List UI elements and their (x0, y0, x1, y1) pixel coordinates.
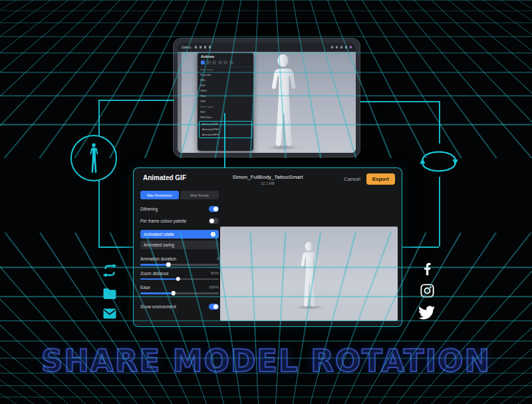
slider-thumb[interactable] (176, 277, 180, 282)
layers-icon[interactable] (345, 46, 348, 49)
animation-duration-slider: Animation duration 3 (140, 256, 219, 266)
adjustments-icon[interactable] (200, 46, 202, 49)
selection-icon[interactable] (204, 46, 207, 49)
menu-item: Share Layers (198, 104, 253, 110)
slider-label: Animation duration (140, 256, 176, 261)
menu-item[interactable]: PNG Files (198, 115, 253, 120)
model-figure-icon (70, 135, 117, 181)
wrench-icon[interactable] (195, 46, 198, 49)
ease-slider: Ease 100% (140, 285, 219, 294)
tablet-screen: Gallery Actions (178, 43, 356, 153)
actions-menu-tabs (198, 60, 253, 67)
toggle-knob (213, 207, 218, 211)
share-tab-icon[interactable] (201, 60, 205, 64)
checkmark-icon: ✓ (211, 232, 215, 237)
slider-fill (140, 278, 178, 280)
connector-line (439, 177, 440, 247)
connector-line (98, 181, 100, 247)
show-environment-toggle[interactable] (209, 304, 219, 310)
gallery-button[interactable]: Gallery (182, 46, 191, 49)
mail-icon (100, 306, 119, 324)
resolution-tab[interactable]: Max Resolution (140, 191, 179, 199)
help-tab-icon[interactable] (223, 60, 227, 64)
menu-item: Share Image (198, 67, 253, 72)
misc-tab-icon[interactable] (229, 60, 233, 64)
menu-item[interactable]: Animated MP4 (200, 132, 251, 138)
connector-line (439, 101, 440, 144)
per-frame-palette-toggle[interactable] (209, 218, 219, 224)
eraser-icon[interactable] (340, 46, 343, 49)
mode-label: Animated swing (144, 243, 174, 247)
menu-item[interactable]: PDF (198, 83, 253, 88)
model-3d-figure (263, 53, 303, 148)
zoom-distance-slider: Zoom distance 50% (140, 271, 219, 280)
slider-value: 50% (211, 271, 219, 276)
slider-label: Ease (140, 285, 150, 290)
dialog-title: Animated GIF (143, 174, 186, 181)
menu-item[interactable]: Animated GIF (200, 122, 251, 127)
highlight-box: Animated GIFAnimated PNGAnimated MP4 (199, 121, 252, 138)
export-settings: Max Resolution Web Ready Dithering Per f… (140, 191, 219, 310)
gif-preview (220, 227, 398, 321)
animated-gif-dialog: Animated GIF Simon_FullBody_TattooSmart … (133, 167, 402, 327)
show-environment-row: Show environment (140, 304, 219, 310)
slider-track[interactable] (140, 292, 219, 294)
toggle-knob (213, 304, 218, 309)
actions-menu-title: Actions (198, 52, 253, 60)
resolution-segmented-control: Max Resolution Web Ready (140, 191, 219, 199)
actions-menu: Actions Share ImageProcreatePSDPDFJPEGPN… (198, 52, 253, 151)
prefs-tab-icon[interactable] (218, 60, 222, 64)
export-button[interactable]: Export (366, 173, 395, 185)
animated-rotate-option[interactable]: Animated rotate ✓ (140, 230, 219, 239)
slider-track[interactable] (140, 264, 219, 266)
brush-icon[interactable] (331, 46, 334, 49)
per-frame-palette-label: Per frame colour palette (140, 219, 186, 223)
color-swatch-icon[interactable] (350, 46, 352, 49)
connector-line (98, 100, 100, 136)
connector-line (224, 113, 225, 167)
model-3d-figure (295, 241, 323, 308)
video-tab-icon[interactable] (212, 60, 216, 64)
share-arrows-icon (101, 262, 118, 282)
menu-item[interactable]: PNG (198, 94, 253, 99)
connector-line (98, 247, 133, 248)
slider-thumb[interactable] (171, 291, 176, 296)
show-environment-label: Show environment (140, 304, 176, 309)
canvas-sidebar[interactable] (178, 52, 182, 153)
dithering-label: Dithering (140, 207, 158, 211)
menu-item[interactable]: JPEG (198, 88, 253, 94)
twitter-icon (418, 304, 435, 324)
tablet-mockup: Gallery Actions (173, 38, 360, 157)
connector-line (402, 247, 439, 248)
instagram-icon (420, 283, 435, 301)
dithering-toggle[interactable] (209, 206, 219, 212)
cancel-button[interactable]: Cancel (344, 176, 360, 182)
transform-icon[interactable] (209, 46, 211, 49)
banner: SHARE MODEL ROTATION (0, 343, 532, 378)
slider-thumb[interactable] (166, 262, 171, 267)
canvas-tab-icon[interactable] (207, 60, 211, 64)
smudge-icon[interactable] (336, 46, 338, 49)
animated-swing-option[interactable]: Animated swing ✓ (140, 241, 219, 249)
slider-fill (140, 292, 174, 294)
menu-item[interactable]: PSD (198, 78, 253, 83)
menu-item[interactable]: Procreate (198, 72, 253, 78)
resolution-tab[interactable]: Web Ready (180, 191, 219, 199)
menu-item[interactable]: PDF (198, 110, 253, 115)
toggle-knob (209, 219, 214, 223)
rotate-cycle-icon (413, 142, 465, 177)
dithering-row: Dithering (140, 206, 219, 212)
folder-icon (100, 286, 119, 304)
slider-value: 100% (209, 285, 219, 290)
connector-line (98, 100, 174, 101)
slider-value: 3 (217, 256, 219, 261)
person-icon (87, 143, 100, 173)
connector-line (360, 101, 439, 102)
facebook-icon (420, 262, 435, 279)
menu-item[interactable]: TIFF (198, 99, 253, 104)
slider-label: Zoom distance (140, 271, 169, 276)
mode-label: Animated rotate (144, 232, 174, 237)
slider-track[interactable] (140, 278, 219, 280)
poster-stage: Gallery Actions (0, 0, 532, 404)
menu-item[interactable]: Animated PNG (200, 127, 251, 132)
